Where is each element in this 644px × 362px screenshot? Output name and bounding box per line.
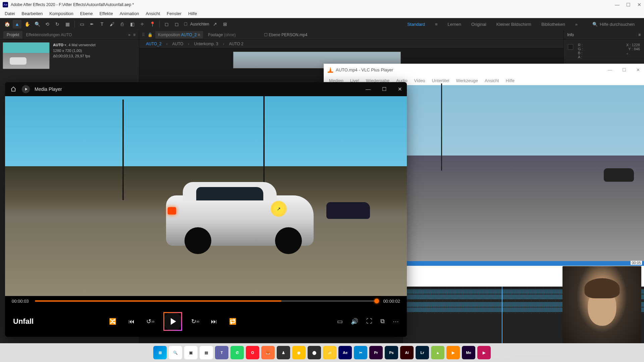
- selection-tool[interactable]: ▲: [13, 20, 21, 28]
- panel-menu-icon[interactable]: ≡: [133, 33, 136, 37]
- taskbar-app3[interactable]: ✂: [354, 346, 367, 359]
- taskbar-vlc[interactable]: ▶: [446, 346, 460, 359]
- taskbar-widgets[interactable]: ▤: [200, 346, 213, 359]
- workspace-biblio[interactable]: Bibliotheken: [541, 22, 565, 27]
- camera-tool[interactable]: ▦: [63, 20, 72, 28]
- ae-menu-komposition[interactable]: Komposition: [46, 11, 77, 16]
- mp-close-button[interactable]: ✕: [398, 86, 402, 92]
- roto-tool[interactable]: ✧: [138, 20, 147, 28]
- workspace-klein[interactable]: Kleiner Bildschirm: [496, 22, 531, 27]
- taskbar-app1[interactable]: ♟: [277, 346, 290, 359]
- ausrichten-toggle[interactable]: Ausrichten: [190, 22, 209, 26]
- ae-help-search[interactable]: 🔍 Hilfe durchsuchen: [592, 22, 635, 27]
- vlc-menu-ansicht[interactable]: Ansicht: [481, 78, 502, 83]
- shape-fill[interactable]: ◻: [162, 20, 171, 28]
- puppet-tool[interactable]: 📍: [148, 20, 157, 28]
- taskbar-firefox[interactable]: 🦊: [261, 346, 275, 359]
- vlc-menu-werkzeuge[interactable]: Werkzeuge: [453, 78, 482, 83]
- clone-tool[interactable]: ⎙: [118, 20, 126, 28]
- taskbar-teams[interactable]: T: [215, 346, 228, 359]
- zoom-tool[interactable]: 🔍: [33, 20, 42, 28]
- taskbar-mediaplayer[interactable]: ▶: [477, 346, 491, 359]
- ae-menu-effekte[interactable]: Effekte: [96, 11, 116, 16]
- info-tab[interactable]: Info: [567, 33, 574, 37]
- vlc-titlebar[interactable]: AUTO.mp4 - VLC Plus Player — ☐ ✕: [324, 64, 644, 76]
- mp-minimize-button[interactable]: —: [366, 86, 371, 92]
- rotate-tool[interactable]: ↻: [53, 20, 62, 28]
- taskbar-obs[interactable]: ⬤: [308, 346, 321, 359]
- ae-close-button[interactable]: ✕: [637, 2, 641, 7]
- ae-menu-ebene[interactable]: Ebene: [77, 11, 96, 16]
- taskbar-start[interactable]: ⊞: [153, 346, 167, 359]
- breadcrumb-1[interactable]: AUTO: [172, 42, 183, 46]
- home-tool[interactable]: 🏠: [3, 20, 11, 28]
- mp-maximize-button[interactable]: ☐: [382, 86, 386, 92]
- brush-tool[interactable]: 🖌: [108, 20, 116, 28]
- ae-minimize-button[interactable]: —: [615, 2, 620, 7]
- ae-menu-animation[interactable]: Animation: [116, 11, 143, 16]
- orbit-tool[interactable]: ⟲: [43, 20, 52, 28]
- ae-menu-hilfe[interactable]: Hilfe: [185, 11, 200, 16]
- mp-titlebar[interactable]: Media Player — ☐ ✕: [5, 82, 407, 96]
- taskbar-premiere[interactable]: Pr: [369, 346, 383, 359]
- vlc-close-button[interactable]: ✕: [636, 67, 640, 72]
- skip-back-button[interactable]: ↺10: [145, 316, 156, 327]
- vlc-menu-video[interactable]: Video: [411, 78, 428, 83]
- ae-menu-ansicht[interactable]: Ansicht: [142, 11, 163, 16]
- snap-tool[interactable]: ↗: [211, 20, 219, 28]
- taskbar-app4[interactable]: ▲: [431, 346, 444, 359]
- prev-track-button[interactable]: ⏮: [126, 316, 137, 327]
- taskbar-lightroom[interactable]: Lr: [416, 346, 429, 359]
- workspace-more-icon[interactable]: »: [575, 22, 578, 27]
- hand-tool[interactable]: ✋: [23, 20, 32, 28]
- play-button[interactable]: [163, 312, 182, 331]
- taskbar-explorer[interactable]: 📁: [323, 346, 336, 359]
- mini-player-button[interactable]: ⧉: [380, 318, 385, 325]
- ae-menu-bearbeiten[interactable]: Bearbeiten: [18, 11, 46, 16]
- workspace-original[interactable]: Original: [471, 22, 486, 27]
- project-item[interactable]: AUTO ▾, 4 Mal verwendet 1280 x 720 (1,00…: [0, 40, 139, 72]
- taskbar-search[interactable]: 🔍: [169, 346, 182, 359]
- panel-menu-icon[interactable]: ≡: [638, 33, 641, 37]
- ae-maximize-button[interactable]: ☐: [626, 2, 631, 7]
- shape-stroke[interactable]: ◻: [172, 20, 181, 28]
- vlc-maximize-button[interactable]: ☐: [622, 67, 626, 72]
- panel-chevron-icon[interactable]: »: [128, 33, 130, 37]
- workspace-standard[interactable]: Standard: [407, 22, 425, 27]
- shuffle-button[interactable]: 🔀: [107, 316, 118, 327]
- vlc-menu-hilfe[interactable]: Hilfe: [502, 78, 518, 83]
- snap-tool2[interactable]: ⊞: [221, 20, 229, 28]
- taskbar-illustrator[interactable]: Ai: [400, 346, 414, 359]
- home-icon[interactable]: [10, 85, 17, 93]
- eraser-tool[interactable]: ◧: [128, 20, 137, 28]
- mp-video-area[interactable]: [5, 96, 407, 296]
- lock-icon[interactable]: 🔒: [148, 33, 153, 37]
- panel-grip-icon[interactable]: ⠿: [142, 33, 145, 37]
- workspace-lernen[interactable]: Lernen: [448, 22, 461, 27]
- ae-menu-fenster[interactable]: Fenster: [163, 11, 185, 16]
- skip-forward-button[interactable]: ↻30: [190, 316, 201, 327]
- vlc-minimize-button[interactable]: —: [608, 67, 612, 72]
- ae-menu-datei[interactable]: Datei: [1, 11, 18, 16]
- taskbar-taskview[interactable]: ▣: [184, 346, 198, 359]
- project-tab[interactable]: Projekt: [3, 31, 22, 39]
- breadcrumb-2[interactable]: Unterkomp. 3: [194, 42, 218, 46]
- taskbar-ae[interactable]: Ae: [338, 346, 352, 359]
- pen-tool[interactable]: ✒: [88, 20, 96, 28]
- mp-seekbar[interactable]: [35, 300, 377, 302]
- more-options-button[interactable]: ⋯: [393, 318, 399, 325]
- breadcrumb-0[interactable]: AUTO_2: [146, 42, 161, 46]
- vlc-menu-untertitel[interactable]: Untertitel: [428, 78, 452, 83]
- taskbar-mediaencoder[interactable]: Me: [462, 346, 475, 359]
- ae-titlebar[interactable]: Ae Adobe After Effects 2020 - F:\After E…: [0, 0, 644, 9]
- effect-settings-tab[interactable]: Effekteinstellungen AUTO: [22, 31, 75, 39]
- ebene-tab[interactable]: ☐ Ebene PERSON.mp4: [261, 31, 310, 39]
- subtitles-button[interactable]: ▭: [337, 318, 343, 325]
- taskbar-opera[interactable]: O: [246, 346, 259, 359]
- text-tool[interactable]: T: [98, 20, 106, 28]
- comp-tab[interactable]: Komposition AUTO_2 ≡: [155, 31, 203, 39]
- taskbar-app2[interactable]: ◉: [292, 346, 306, 359]
- footage-tab[interactable]: Footage (ohne): [206, 31, 238, 39]
- volume-button[interactable]: 🔊: [351, 318, 358, 325]
- next-track-button[interactable]: ⏭: [208, 316, 220, 327]
